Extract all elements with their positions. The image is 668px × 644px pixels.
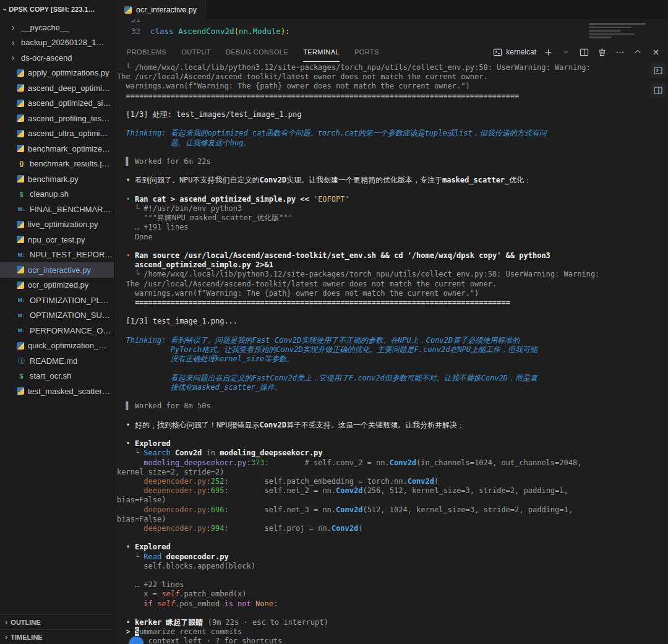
editor-tab-ocr-interactive[interactable]: ocr_interactive.py [114,0,207,19]
panel-tab-terminal[interactable]: TERMINAL [303,42,340,62]
python-icon [17,84,24,92]
open-terminal-tab-icon [653,66,663,75]
file-item-test_masked_scatter[interactable]: test_masked_scatter… [0,384,114,399]
terminal-line: • Ran cat > ascend_optimized_simple.py <… [117,195,664,204]
file-item-quick_optimization_[interactable]: quick_optimization_… [0,338,114,354]
add-terminal-button[interactable] [542,46,554,58]
file-item-npu_ocr_test.py[interactable]: npu_ocr_test.py [0,232,114,247]
file-item-label: apply_optimizations.py [28,68,109,77]
minimap[interactable] [589,21,646,40]
folder-item-__pycache__[interactable]: ›__pycache__ [0,20,114,35]
folder-item-ds-ocr-ascend[interactable]: ›ds-ocr-ascend [0,50,114,66]
file-item-ocr_interactive.py[interactable]: ocr_interactive.py [0,262,114,278]
file-item-ascend_optimized_si[interactable]: ascend_optimized_si… [0,96,114,111]
open-terminal-editor-button[interactable] [651,83,666,98]
terminal-toolbar: kernelcat [493,46,662,58]
panel-tab-debug-console[interactable]: DEBUG CONSOLE [226,42,288,62]
kill-terminal-button[interactable] [596,46,608,58]
file-item-label: OPTIMIZATION_PLA… [30,296,114,305]
file-item-label: ascend_optimized_si… [28,98,111,108]
terminal-icon [493,48,502,57]
file-item-label: ascend_ultra_optimi… [28,129,108,138]
file-item-benchmark.py[interactable]: benchmark.py [0,171,114,187]
file-item-cleanup.sh[interactable]: $cleanup.sh [0,187,114,202]
launch-profile-button[interactable] [560,46,572,58]
python-icon [17,281,24,289]
file-item-PERFORMANCE_OP[interactable]: M↓PERFORMANCE_OP… [0,323,114,338]
timeline-section[interactable]: › TIMELINE [0,629,114,644]
explorer-root-label: DPSK COPY [SSH: 223.1… [9,6,95,13]
file-item-OPTIMIZATION_SUM[interactable]: M↓OPTIMIZATION_SUM… [0,308,114,324]
file-item-live_optimization.py[interactable]: live_optimization.py [0,217,114,233]
python-icon [17,100,24,107]
panel-tab-output[interactable]: OUTPUT [181,42,211,62]
markdown-icon: M↓ [17,296,26,305]
file-item-NPU_TEST_REPORT[interactable]: M↓NPU_TEST_REPORT… [0,247,114,263]
file-item-label: PERFORMANCE_OP… [30,326,114,335]
terminal[interactable]: └ /home/wxq/.local/lib/python3.12/site-p… [114,62,668,644]
chevron-right-icon: › [5,632,7,642]
python-icon [17,145,24,152]
file-item-label: live_optimization.py [28,220,98,229]
terminal-line: └ Read deepencoder.py [117,552,664,562]
terminal-line: x = self.patch_embed(x) [117,590,664,599]
terminal-line: The /usr/local/Ascend/ascend-toolkit/lat… [117,280,664,289]
outline-section[interactable]: › OUTLINE [0,614,114,629]
file-item-README.md[interactable]: ⓘREADME.md [0,353,114,369]
shell-icon: $ [17,189,26,199]
file-item-ascend_deep_optimi[interactable]: ascend_deep_optimi… [0,80,114,96]
terminal-line: Done [117,233,664,242]
terminal-line: """昇腾NPU masked_scatter_优化版""" [117,213,664,223]
panel-tab-problems[interactable]: PROBLEMS [127,42,166,62]
code-editor[interactable]: 3132class AscendConv2d(nn.Module): [114,19,668,42]
chevron-right-icon: › [5,617,7,627]
close-panel-button[interactable] [649,46,662,58]
terminal-line [117,119,664,129]
folder-icon: › [10,53,16,62]
file-item-label: cleanup.sh [30,189,69,199]
file-item-apply_optimizations.py[interactable]: apply_optimizations.py [0,66,114,81]
terminal-line: deepencoder.py:695: self.net_2 = nn.Conv… [117,486,664,496]
python-file-icon [124,6,132,14]
file-item-ocr_optimized.py[interactable]: ocr_optimized.py [0,278,114,293]
close-icon [651,48,661,57]
more-actions-button[interactable] [614,46,626,58]
terminal-output: └ /home/wxq/.local/lib/python3.12/site-p… [117,63,664,644]
markdown-icon: M↓ [17,205,26,214]
split-terminal-button[interactable] [578,46,590,58]
open-terminal-tab-button[interactable] [651,63,666,78]
explorer-root[interactable]: › DPSK COPY [SSH: 223.1… [0,0,114,19]
terminal-line: … +191 lines [117,223,664,232]
terminal-line: deepencoder.py:994: self.proj = nn.Conv2… [117,524,664,533]
editor-lines: 3132class AscendConv2d(nn.Module): [114,19,668,38]
chevron-down-icon [562,48,570,56]
terminal-line: 没有正确处理kernel_size等参数。 [117,354,664,364]
python-icon [17,175,24,182]
file-item-benchmark_results.j[interactable]: {}benchmark_results.j… [0,157,114,172]
terminal-line: PyTorch格式。让我查看原始的Conv2D实现并做正确的优化。主要问题是F.… [117,345,664,354]
file-item-ascend_profiling_tes[interactable]: ascend_profiling_tes… [0,111,114,126]
file-item-start_ocr.sh[interactable]: $start_ocr.sh [0,369,114,384]
terminal-line: • 好的，找到核心问题了！NPU报错显示Conv2D算子不受支持。这是一个关键瓶… [117,421,664,430]
file-item-FINAL_BENCHMARK[interactable]: M↓FINAL_BENCHMARK… [0,202,114,217]
file-item-label: FINAL_BENCHMARK… [30,205,114,214]
folder-item-backup_20260128_1[interactable]: ›backup_20260128_1… [0,35,114,51]
terminal-line: 看起来问题出在自定义的FastConv2d类上，它使用了F.conv2d但参数可… [117,374,664,383]
chevron-down-icon: › [1,8,10,11]
file-item-label: benchmark_optimize… [28,144,110,153]
terminal-line: The /usr/local/Ascend/ascend-toolkit/lat… [117,72,664,82]
file-item-benchmark_optimize[interactable]: benchmark_optimize… [0,141,114,157]
file-item-label: npu_ocr_test.py [28,235,85,244]
file-item-ascend_ultra_optimi[interactable]: ascend_ultra_optimi… [0,126,114,142]
terminal-line [117,327,664,336]
file-item-OPTIMIZATION_PLA[interactable]: M↓OPTIMIZATION_PLA… [0,293,114,308]
file-item-label: ds-ocr-ascend [21,53,72,62]
panel-tab-ports[interactable]: PORTS [354,42,379,62]
file-item-label: quick_optimization_… [28,341,106,350]
terminal-profile-select[interactable]: kernelcat [493,48,536,57]
terminal-line [117,166,664,176]
maximize-panel-button[interactable] [632,46,644,58]
markdown-icon: M↓ [17,311,26,320]
editor-line: 32class AscendConv2d(nn.Module): [114,25,668,38]
terminal-line: ========================================… [117,298,664,307]
